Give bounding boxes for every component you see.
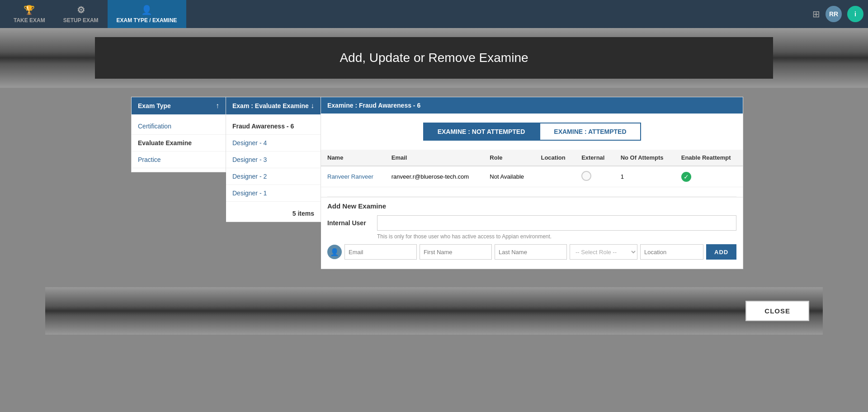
exam-sort-icon[interactable]: ↓ xyxy=(311,102,314,110)
col-attempts: No Of Attempts xyxy=(614,150,675,166)
cell-role: Not Available xyxy=(483,166,534,187)
nav-take-exam-label: TAKE EXAM xyxy=(14,17,45,24)
close-button[interactable]: CLOSE xyxy=(745,301,809,321)
examine-panel: Examine : Fraud Awareness - 6 EXAMINE : … xyxy=(321,97,743,269)
exam-type-sort-icon[interactable]: ↑ xyxy=(216,102,219,110)
col-email: Email xyxy=(385,150,484,166)
col-external: External xyxy=(575,150,614,166)
add-examine-button[interactable]: ADD xyxy=(706,244,736,260)
page-title: Add, Update or Remove Examine xyxy=(108,51,760,65)
nav-setup-exam[interactable]: ⚙ SETUP EXAM xyxy=(54,0,108,28)
external-circle-empty xyxy=(581,171,591,181)
internal-user-label: Internal User xyxy=(327,219,373,227)
cell-email: ranveer.r@bluerose-tech.com xyxy=(385,166,484,187)
exam-type-title: Exam Type xyxy=(138,102,171,109)
nav-setup-exam-label: SETUP EXAM xyxy=(63,17,99,24)
reattempt-circle-green: ✓ xyxy=(681,172,691,182)
hero-banner: Add, Update or Remove Examine xyxy=(0,28,868,88)
nav-take-exam[interactable]: 🏆 TAKE EXAM xyxy=(5,0,54,28)
firstname-input[interactable] xyxy=(420,244,492,260)
nav-exam-type-examine[interactable]: 👤 EXAM TYPE / EXAMINE xyxy=(108,0,186,28)
col-location: Location xyxy=(534,150,575,166)
exam-type-item-practice[interactable]: Practice xyxy=(132,152,226,168)
trophy-icon: 🏆 xyxy=(24,5,35,15)
cell-reattempt: ✓ xyxy=(675,166,743,187)
brand-logo: i xyxy=(847,6,863,22)
exam-item-designer1[interactable]: Designer - 1 xyxy=(226,185,321,202)
examine-panel-header: Examine : Fraud Awareness - 6 xyxy=(321,97,743,114)
items-count: 5 items xyxy=(226,205,321,222)
col-name: Name xyxy=(321,150,385,166)
user-avatar-icon: 👤 xyxy=(327,245,342,259)
exam-type-panel: Exam Type ↑ Certification Evaluate Exami… xyxy=(131,97,226,172)
examine-panel-title: Examine : Fraud Awareness - 6 xyxy=(327,102,420,109)
col-role: Role xyxy=(483,150,534,166)
exam-item-designer3[interactable]: Designer - 3 xyxy=(226,152,321,168)
user-avatar[interactable]: RR xyxy=(826,6,842,22)
top-navigation: 🏆 TAKE EXAM ⚙ SETUP EXAM 👤 EXAM TYPE / E… xyxy=(0,0,868,28)
location-input[interactable] xyxy=(640,244,703,260)
person-icon: 👤 xyxy=(141,5,152,15)
examine-table: Name Email Role Location External No Of … xyxy=(321,150,743,187)
exam-item-designer2[interactable]: Designer - 2 xyxy=(226,168,321,185)
col-reattempt: Enable Reattempt xyxy=(675,150,743,166)
internal-user-row: Internal User xyxy=(327,215,736,231)
footer-inner: CLOSE xyxy=(45,287,823,335)
content-area: Exam Type ↑ Certification Evaluate Exami… xyxy=(86,88,782,278)
cell-external xyxy=(575,166,614,187)
table-row: Ranveer Ranveer ranveer.r@bluerose-tech.… xyxy=(321,166,743,187)
tab-not-attempted[interactable]: EXAMINE : NOT ATTEMPTED xyxy=(423,123,540,141)
cell-name[interactable]: Ranveer Ranveer xyxy=(321,166,385,187)
cell-attempts: 1 xyxy=(614,166,675,187)
add-examine-title: Add New Examine xyxy=(327,202,736,210)
exam-panel-title: Exam : Evaluate Examine xyxy=(232,102,309,109)
exam-panel-header: Exam : Evaluate Examine ↓ xyxy=(226,97,321,114)
nav-right-area: ⊞ RR i xyxy=(812,6,863,22)
exam-list: Fraud Awareness - 6 Designer - 4 Designe… xyxy=(226,114,321,205)
exam-type-header: Exam Type ↑ xyxy=(132,97,226,114)
exam-type-item-evaluate[interactable]: Evaluate Examine xyxy=(132,135,226,152)
exam-type-item-certification[interactable]: Certification xyxy=(132,118,226,135)
email-input[interactable] xyxy=(344,244,417,260)
nav-exam-type-label: EXAM TYPE / EXAMINE xyxy=(117,17,177,24)
gear-icon: ⚙ xyxy=(77,5,85,15)
cell-location xyxy=(534,166,575,187)
role-select[interactable]: -- Select Role -- xyxy=(570,244,637,260)
lastname-input[interactable] xyxy=(495,244,567,260)
exam-panel: Exam : Evaluate Examine ↓ Fraud Awarenes… xyxy=(226,97,321,222)
internal-user-input[interactable] xyxy=(377,215,736,231)
exam-item-fraud[interactable]: Fraud Awareness - 6 xyxy=(226,118,321,135)
user-name-link[interactable]: Ranveer Ranveer xyxy=(327,173,373,180)
hero-inner: Add, Update or Remove Examine xyxy=(95,37,773,79)
exam-type-list: Certification Evaluate Examine Practice xyxy=(132,114,226,172)
add-form-row: 👤 -- Select Role -- ADD xyxy=(327,244,736,260)
exam-item-designer4[interactable]: Designer - 4 xyxy=(226,135,321,152)
internal-user-hint: This is only for those user who has acti… xyxy=(377,233,736,240)
footer-area: CLOSE xyxy=(0,278,868,344)
tab-attempted[interactable]: EXAMINE : ATTEMPTED xyxy=(539,123,641,141)
add-examine-section: Add New Examine Internal User This is on… xyxy=(321,197,743,269)
tab-buttons: EXAMINE : NOT ATTEMPTED EXAMINE : ATTEMP… xyxy=(321,114,743,150)
grid-icon[interactable]: ⊞ xyxy=(812,9,820,19)
